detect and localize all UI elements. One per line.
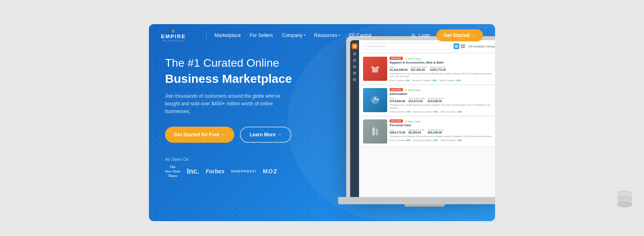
laptop-bezel: Search all listings 185 Available L [346,36,495,197]
new-listing-badge: ⭐ New Listing [405,120,421,123]
listing-title: Information [390,92,495,96]
listing-card[interactable]: BOOSTED ⭐ New Listing Personal Care Pric… [361,117,495,146]
right-decoration [617,190,633,212]
nav-company[interactable]: Company ▾ [282,33,305,38]
hero-buttons: Get Started for Free → Learn More → [165,127,326,143]
monthly-net: $14,874.00 [409,100,425,103]
nyt-logo: TheNew YorkTimes [165,165,180,178]
sidebar-dot [353,78,356,81]
boosted-badge: BOOSTED [390,57,403,60]
listings-area: BOOSTED ⭐ New Listing Apparel & Accessor… [359,53,495,197]
listing-stats: Price $713,904.00 Monthly Net Profit $14… [390,97,495,103]
listing-thumbnail [363,88,387,112]
listing-description: This listing is for a display advertisin… [390,104,495,109]
listing-title: Personal Care [390,123,495,127]
listing-content: BOOSTED ⭐ New Listing Apparel & Accessor… [390,57,495,82]
sidebar-dot [353,52,356,55]
listing-content: BOOSTED ⭐ New Listing Personal Care Pric… [390,119,495,144]
inc-logo: Inc. [187,167,199,176]
boosted-badge: BOOSTED [390,88,403,91]
sidebar-dot [353,72,356,75]
listing-card[interactable]: BOOSTED ⭐ New Listing Apparel & Accessor… [361,54,495,84]
listing-badges: BOOSTED ⭐ New Listing [390,119,495,123]
listing-price: $713,904.00 [390,100,405,103]
laptop-screen: Search all listings 185 Available L [350,40,495,197]
chevron-down-icon: ▾ [304,33,305,37]
listing-price: $1,342,698.00 [390,68,408,71]
laptop-base [338,197,495,204]
ui-content-area: Search all listings 185 Available L [359,40,495,197]
nav-ef-capital[interactable]: EF Capital [349,33,372,38]
chevron-down-icon: ▾ [339,33,340,37]
listing-thumbnail [363,57,387,81]
svg-point-13 [374,97,376,99]
ui-sidebar [350,40,359,197]
logo-text: EMPIRE [161,34,186,39]
nav-links: Marketplace For Sellers Company ▾ Resour… [215,33,411,38]
logo-divider [206,31,206,39]
hero-content: The #1 Curated Online Business Marketpla… [165,56,326,178]
sidebar-dot [353,59,356,62]
huffpost-logo: iHUFFPOSTi [231,169,256,173]
nav-for-sellers[interactable]: For Sellers [250,33,273,38]
nav-right: Login Get Started → [411,29,483,41]
listing-card[interactable]: BOOSTED ⭐ New Listing Information Price … [361,86,495,115]
sidebar-dot [353,65,356,68]
hero-title-light: The #1 Curated Online [165,56,326,70]
learn-more-button[interactable]: Learn More → [240,127,291,143]
new-listing-badge: ⭐ New Listing [405,88,421,91]
forbes-logo: Forbes [206,168,225,174]
get-started-nav-button[interactable]: Get Started → [436,29,483,41]
hero-subtitle: Join thousands of customers around the g… [165,92,294,116]
listing-badges: BOOSTED ⭐ New Listing [390,88,495,91]
monthly-net: $6,359.00 [409,131,425,134]
svg-point-20 [617,202,632,207]
listing-description: This listing is for an Amazon FBA and eC… [390,135,495,138]
monthly-net: $27,402.00 [411,68,427,71]
listing-metrics: Profit 12 months: +68% Revenue 12 monthl… [390,139,495,142]
as-seen-on-section: As Seen On TheNew YorkTimes Inc. Forbes … [165,157,326,178]
svg-rect-4 [355,47,356,48]
svg-rect-3 [353,47,355,48]
listing-metrics: Profit 12 months: +71% Revenue 12 monthl… [390,111,495,113]
svg-rect-15 [376,129,378,135]
nav-marketplace[interactable]: Marketplace [215,33,241,38]
svg-rect-10 [461,47,462,48]
svg-rect-11 [463,47,464,48]
marketplace-ui: Search all listings 185 Available L [350,40,495,197]
listing-stats: Price $1,342,698.00 Monthly Net Profit $… [390,66,495,71]
monthly-revenue: $15,038.00 [428,100,444,103]
listing-content: BOOSTED ⭐ New Listing Information Price … [390,88,495,113]
logo-sub: FLIPPERS [163,39,184,42]
listing-stats: Price $284,175.00 Monthly Net Profit $6,… [390,129,495,134]
login-button[interactable]: Login [411,33,430,38]
navbar: ♛ EMPIRE FLIPPERS Marketplace For Seller… [149,24,495,46]
monthly-revenue: $135,774.00 [430,68,446,71]
moz-logo: MOZ [263,168,278,174]
nav-resources[interactable]: Resources ▾ [314,33,340,38]
listing-title: Apparel & Accessories, Bed & Bath [390,61,495,64]
svg-rect-0 [412,35,415,37]
svg-rect-7 [455,47,458,48]
get-started-free-button[interactable]: Get Started for Free → [165,127,234,143]
media-logos: TheNew YorkTimes Inc. Forbes iHUFFPOSTi … [165,165,278,178]
listing-metrics: Profit 12 months: +9% Revenue 12 monthly… [390,79,495,82]
new-listing-badge: ⭐ New Listing [405,57,421,60]
monthly-revenue: $20,345.00 [428,131,444,134]
hero-section: ♛ EMPIRE FLIPPERS Marketplace For Seller… [149,24,495,221]
listing-price: $284,175.00 [390,131,405,134]
listing-badges: BOOSTED ⭐ New Listing [390,57,495,60]
crown-icon: ♛ [171,29,175,33]
as-seen-on-label: As Seen On [165,157,189,162]
lock-icon [411,33,416,38]
svg-rect-14 [372,127,375,135]
boosted-badge: BOOSTED [390,119,403,123]
hero-title-bold: Business Marketplace [165,72,326,86]
listing-description: This listing is for an eCommerce and Ama… [390,72,495,78]
laptop-mockup: Search all listings 185 Available L [338,36,495,221]
listing-thumbnail [363,119,387,144]
logo[interactable]: ♛ EMPIRE FLIPPERS [161,29,186,42]
